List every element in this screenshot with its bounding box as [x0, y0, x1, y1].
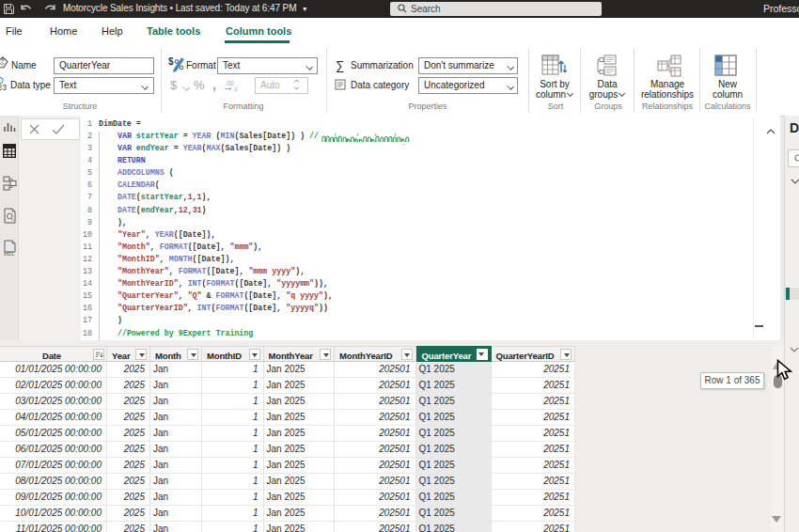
svg-text:$: $: [168, 56, 174, 67]
svg-text:.0: .0: [233, 86, 239, 92]
svg-text:23: 23: [0, 83, 7, 91]
svg-text:MDL: MDL: [4, 251, 15, 257]
svg-text:.00: .00: [225, 80, 234, 86]
